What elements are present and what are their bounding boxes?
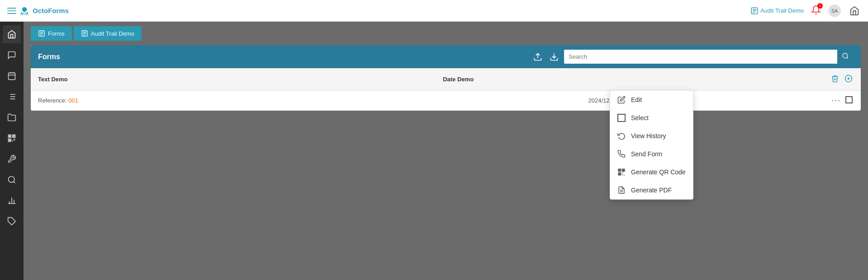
search-icon [842, 52, 849, 60]
sidebar-item-home[interactable] [3, 25, 21, 43]
svg-rect-22 [13, 135, 14, 137]
puzzle-icon [7, 217, 16, 226]
svg-rect-8 [9, 73, 15, 79]
sidebar-item-search-list[interactable] [3, 171, 21, 189]
calendar-icon [7, 71, 16, 80]
avatar[interactable]: SA [828, 5, 841, 17]
breadcrumb-forms[interactable]: Forms [31, 26, 72, 41]
notification-count: 1 [817, 3, 823, 9]
forms-table: Text Demo Date Demo [31, 68, 861, 111]
sidebar-item-calendar[interactable] [3, 67, 21, 85]
sidebar-item-chat[interactable] [3, 46, 21, 64]
menu-select-label: Select [631, 114, 649, 121]
add-button[interactable] [844, 74, 854, 85]
cell-date-demo: 2024/12/18 [436, 91, 770, 111]
sidebar-item-puzzle[interactable] [3, 212, 21, 230]
search-box [564, 50, 854, 64]
qr-icon [7, 134, 16, 143]
forms-header-right [531, 50, 854, 64]
menu-item-generate-pdf[interactable]: Generate PDF [610, 181, 693, 199]
svg-line-29 [14, 182, 15, 183]
forms-title: Forms [38, 53, 60, 61]
forms-header: Forms [31, 45, 861, 68]
audit-tab-label: Audit Trail Demo [91, 30, 134, 37]
delete-icon [831, 75, 839, 83]
more-options-button[interactable]: ··· [831, 96, 841, 105]
topnav-right: Audit Trail Demo 1 SA [750, 5, 861, 17]
sidebar-item-folder[interactable] [3, 108, 21, 126]
send-icon [617, 150, 626, 158]
menu-item-send-form[interactable]: Send Form [610, 145, 693, 163]
search-list-icon [7, 175, 16, 184]
svg-rect-1 [7, 10, 16, 11]
delete-all-button[interactable] [830, 74, 840, 85]
svg-line-46 [847, 57, 848, 59]
sidebar-item-chart[interactable] [3, 191, 21, 210]
app-name: OctoForms [33, 7, 69, 14]
octo-icon [19, 5, 30, 16]
hamburger-icon[interactable] [7, 6, 16, 15]
svg-rect-54 [623, 170, 624, 171]
table-header-row: Text Demo Date Demo [31, 68, 861, 91]
audit-tab-icon [81, 30, 88, 37]
search-button[interactable] [837, 50, 854, 64]
breadcrumb-bar: Forms Audit Trail Demo [31, 26, 861, 41]
upload-icon [533, 52, 542, 61]
svg-rect-2 [7, 13, 16, 14]
menu-item-view-history[interactable]: View History [610, 127, 693, 145]
svg-rect-21 [9, 135, 10, 137]
svg-point-45 [843, 53, 848, 58]
audit-trail-link[interactable]: Audit Trail Demo [750, 7, 804, 15]
svg-point-28 [9, 177, 14, 182]
view-button[interactable] [844, 95, 854, 106]
main-content: Forms Audit Trail Demo Forms [24, 22, 868, 280]
app-logo[interactable]: OctoForms [7, 5, 69, 16]
cell-actions: ··· [770, 91, 861, 111]
checkbox-view-icon [845, 96, 853, 103]
menu-item-select[interactable]: Select [610, 109, 693, 127]
home-button[interactable] [848, 5, 861, 17]
topnav: OctoForms Audit Trail Demo 1 SA [0, 0, 868, 22]
home-icon [7, 30, 16, 39]
forms-panel: Forms [31, 45, 861, 111]
table-row: Reference: 001 2024/12/18 ··· [31, 91, 861, 111]
home-nav-icon [849, 6, 859, 16]
reference-link[interactable]: 001 [68, 97, 78, 104]
forms-tab-label: Forms [48, 30, 65, 37]
download-button[interactable] [548, 51, 560, 63]
history-icon [617, 132, 626, 140]
chart-icon [7, 196, 16, 205]
form-icon [750, 7, 759, 15]
menu-generate-qr-label: Generate QR Code [631, 168, 686, 176]
search-input[interactable] [564, 51, 837, 63]
sidebar [0, 22, 24, 280]
chat-icon [7, 51, 16, 60]
download-icon [550, 52, 559, 61]
qr-menu-icon [617, 168, 626, 176]
svg-rect-23 [9, 140, 10, 141]
tool-icon [7, 154, 16, 163]
add-icon [844, 75, 853, 83]
list-icon [7, 92, 16, 101]
menu-generate-pdf-label: Generate PDF [631, 187, 672, 194]
upload-button[interactable] [531, 51, 544, 63]
edit-icon [617, 96, 626, 104]
sidebar-item-qr[interactable] [3, 129, 21, 147]
folder-icon [7, 113, 16, 122]
sidebar-item-list[interactable] [3, 88, 21, 106]
notification-bell[interactable]: 1 [811, 5, 821, 17]
forms-tab-icon [38, 30, 45, 37]
menu-item-edit[interactable]: Edit [610, 91, 693, 109]
audit-trail-label: Audit Trail Demo [760, 7, 804, 14]
svg-rect-53 [619, 170, 620, 171]
svg-point-3 [22, 7, 27, 12]
breadcrumb-audit[interactable]: Audit Trail Demo [74, 26, 142, 41]
menu-item-generate-qr[interactable]: Generate QR Code [610, 163, 693, 181]
sidebar-item-tool[interactable] [3, 150, 21, 168]
menu-edit-label: Edit [631, 96, 642, 103]
cell-text-demo: Reference: 001 [31, 91, 436, 111]
col-text-demo: Text Demo [31, 68, 436, 91]
svg-rect-0 [7, 8, 16, 9]
pdf-icon [617, 186, 626, 194]
menu-view-history-label: View History [631, 132, 666, 140]
